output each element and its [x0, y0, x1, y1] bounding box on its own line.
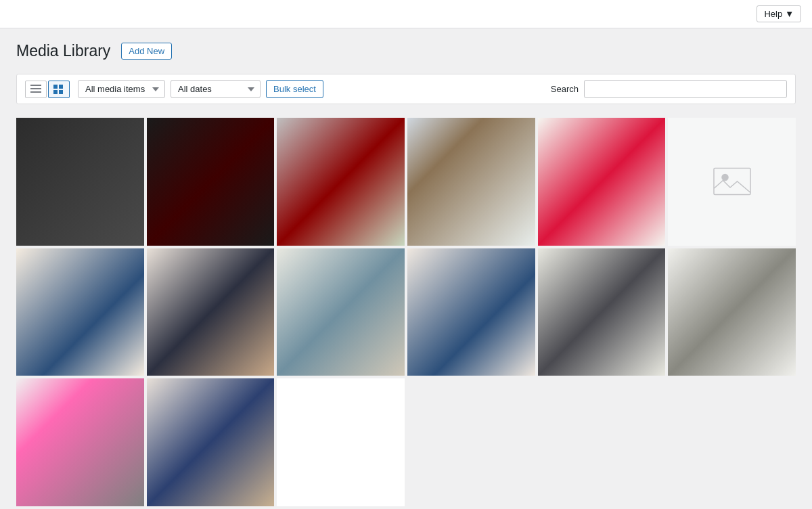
image-preview [147, 378, 275, 506]
media-item[interactable] [147, 248, 275, 376]
media-item[interactable] [668, 118, 796, 246]
page-header: Media Library Add New [16, 42, 796, 60]
image-preview [277, 118, 405, 246]
svg-rect-1 [30, 88, 41, 89]
svg-rect-5 [53, 90, 58, 94]
media-item[interactable] [277, 118, 405, 246]
media-item[interactable] [407, 248, 535, 376]
page-title: Media Library [16, 42, 110, 60]
media-item[interactable] [407, 118, 535, 246]
media-item[interactable] [668, 248, 796, 376]
media-item[interactable] [277, 248, 405, 376]
svg-rect-0 [30, 85, 41, 86]
media-item[interactable] [16, 118, 144, 246]
placeholder-icon [712, 164, 752, 198]
svg-rect-2 [30, 91, 41, 93]
image-preview [277, 248, 405, 376]
media-item[interactable] [147, 378, 275, 506]
grid-view-button[interactable] [48, 81, 70, 98]
media-grid [16, 118, 796, 506]
image-preview [538, 248, 666, 376]
svg-rect-6 [59, 90, 63, 94]
svg-point-8 [721, 174, 729, 181]
chevron-down-icon: ▼ [785, 9, 794, 19]
search-wrapper: Search [551, 80, 787, 98]
media-item[interactable] [538, 248, 666, 376]
main-content: Media Library Add New [0, 28, 812, 509]
media-item[interactable] [16, 248, 144, 376]
search-input[interactable] [584, 80, 787, 98]
list-view-button[interactable] [25, 81, 47, 98]
view-toggle [25, 81, 70, 98]
help-label: Help [764, 9, 782, 19]
search-label: Search [551, 84, 579, 94]
image-preview [277, 378, 405, 506]
toolbar: All media items Images Audio Video Docum… [16, 74, 796, 104]
image-preview [16, 378, 144, 506]
media-item[interactable] [147, 118, 275, 246]
svg-rect-3 [53, 85, 58, 89]
grid-icon [53, 85, 64, 94]
image-preview [16, 248, 144, 376]
top-bar: Help ▼ [0, 0, 812, 28]
image-preview [407, 248, 535, 376]
svg-rect-4 [59, 85, 63, 89]
help-button[interactable]: Help ▼ [757, 5, 801, 22]
image-preview [538, 118, 666, 246]
placeholder-image [668, 118, 796, 246]
page-wrapper: Help ▼ Media Library Add New [0, 0, 812, 509]
image-preview [16, 118, 144, 246]
media-type-filter[interactable]: All media items Images Audio Video Docum… [78, 80, 165, 98]
image-preview [407, 118, 535, 246]
image-preview [147, 248, 275, 376]
media-item[interactable] [538, 118, 666, 246]
media-item[interactable] [16, 378, 144, 506]
bulk-select-button[interactable]: Bulk select [266, 80, 323, 98]
add-new-button[interactable]: Add New [121, 43, 172, 60]
image-preview [668, 248, 796, 376]
date-filter[interactable]: All dates January 2024 December 2023 Nov… [171, 80, 261, 98]
list-icon [30, 85, 41, 94]
svg-rect-7 [714, 169, 750, 195]
image-preview [147, 118, 275, 246]
media-item[interactable] [277, 378, 405, 506]
